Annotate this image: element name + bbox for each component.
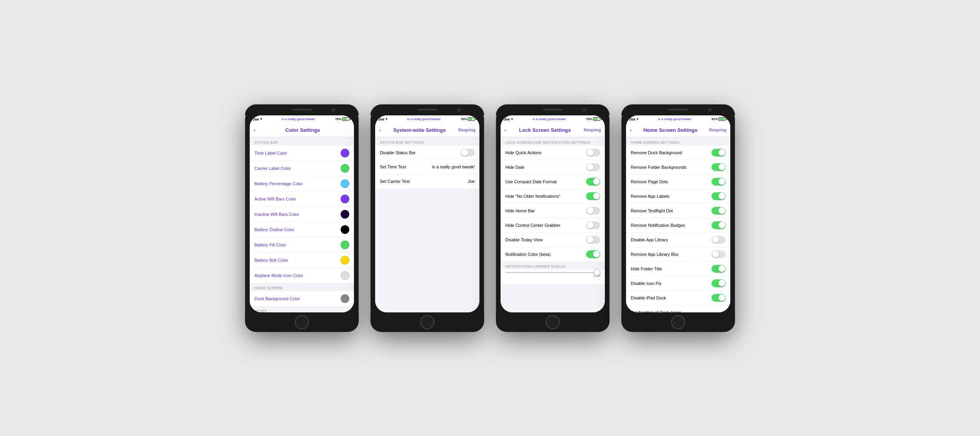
nav-action-button[interactable]: Respring: [458, 128, 475, 132]
settings-row-0-0[interactable]: Remove Dock Background: [626, 146, 730, 160]
settings-row-0-5[interactable]: Remove Notification Badges: [626, 218, 730, 233]
settings-row-1-0[interactable]: 1.00: [501, 270, 605, 284]
color-swatch[interactable]: [341, 149, 349, 157]
slider-track[interactable]: [505, 272, 600, 273]
toggle-switch[interactable]: [711, 163, 726, 171]
row-value[interactable]: Joe: [468, 179, 475, 184]
toggle-switch[interactable]: [711, 279, 726, 287]
settings-row-0-9[interactable]: Disable Icon Fly: [626, 276, 730, 291]
status-bar-right: 91%: [711, 117, 727, 121]
settings-row-0-0[interactable]: Hide Quick Actions: [501, 146, 605, 160]
toggle-switch[interactable]: [586, 163, 600, 171]
toggle-switch[interactable]: [711, 250, 726, 258]
color-swatch[interactable]: [341, 256, 349, 265]
home-button[interactable]: [420, 315, 434, 329]
phone-camera: [332, 108, 335, 111]
phone-top-bezel: [370, 104, 484, 115]
settings-row-0-0[interactable]: Disable Status Bar: [375, 146, 479, 160]
settings-row-1-0[interactable]: Dock Background Color: [250, 291, 354, 306]
phone-lock-screen: Joe ▾ is a really good tweak! 70% ‹ Lock…: [496, 104, 610, 332]
settings-row-0-4[interactable]: Inactive Wifi Bars Color: [250, 207, 354, 222]
toggle-knob: [587, 236, 593, 243]
toggle-switch[interactable]: [461, 149, 475, 157]
status-bar-left: Joe ▾: [253, 117, 262, 121]
color-swatch[interactable]: [341, 179, 349, 188]
toggle-switch[interactable]: [586, 250, 600, 258]
wifi-icon: ▾: [637, 117, 638, 121]
nav-title: Lock Screen Settings: [506, 127, 584, 133]
toggle-switch[interactable]: [586, 149, 600, 157]
toggle-switch[interactable]: [586, 236, 600, 244]
toggle-switch[interactable]: [586, 192, 600, 200]
nav-action-button[interactable]: Respring: [709, 128, 726, 132]
settings-row-0-7[interactable]: Battery Bolt Color: [250, 253, 354, 268]
toggle-switch[interactable]: [586, 207, 600, 215]
settings-row-0-5[interactable]: Hide Control Center Grabber: [501, 218, 605, 233]
settings-row-0-10[interactable]: Disable iPad Dock: [626, 291, 730, 305]
color-swatch[interactable]: [341, 164, 349, 173]
row-label: Remove App Library Blur: [631, 252, 711, 257]
battery-percentage: 91%: [711, 117, 718, 121]
home-button[interactable]: [546, 315, 560, 329]
color-swatch[interactable]: [341, 241, 349, 249]
section-header-1: HOME SCREEN: [250, 283, 354, 291]
nav-action-button[interactable]: Respring: [584, 128, 601, 132]
settings-row-0-1[interactable]: Carrier Label Color: [250, 161, 354, 176]
toggle-switch[interactable]: [711, 265, 726, 273]
toggle-switch[interactable]: [711, 236, 726, 244]
settings-row-0-4[interactable]: Hide Home Bar: [501, 204, 605, 218]
settings-row-0-4[interactable]: Remove Testflight Dot: [626, 204, 730, 218]
toggle-knob: [587, 149, 593, 156]
toggle-knob: [712, 251, 719, 257]
phone-color-settings: Joe ▾ is a really good tweak! 70% ‹ Colo…: [245, 104, 359, 332]
toggle-switch[interactable]: [711, 149, 726, 157]
color-swatch[interactable]: [341, 271, 349, 280]
slider-thumb[interactable]: [594, 269, 600, 275]
settings-row-0-2[interactable]: Set Carrier Text Joe: [375, 174, 479, 188]
settings-row-0-2[interactable]: Use Compact Date Format: [501, 175, 605, 189]
color-swatch[interactable]: [341, 195, 349, 203]
row-label: Remove Notification Badges: [631, 223, 711, 228]
wifi-icon: ▾: [260, 117, 262, 121]
settings-row-0-1[interactable]: Hide Date: [501, 160, 605, 175]
toggle-switch[interactable]: [711, 294, 726, 302]
nav-title: Color Settings: [255, 127, 350, 133]
color-swatch[interactable]: [341, 225, 349, 234]
status-bar-center-text: is a really good tweak!: [407, 117, 441, 121]
settings-row-0-2[interactable]: Remove Page Dots: [626, 175, 730, 189]
settings-row-0-1[interactable]: Set Time Text is a really good tweak!: [375, 160, 479, 174]
settings-row-0-3[interactable]: Active Wifi Bars Color: [250, 192, 354, 207]
carrier-text: Joe: [504, 117, 510, 121]
toggle-switch[interactable]: [711, 192, 726, 200]
settings-row-0-1[interactable]: Remove Folder Backgrounds: [626, 160, 730, 175]
color-swatch[interactable]: [341, 210, 349, 219]
color-swatch[interactable]: [341, 294, 349, 303]
status-bar-left: Joe ▾: [629, 117, 638, 121]
settings-row-0-2[interactable]: Battery Percentage Color: [250, 176, 354, 192]
toggle-switch[interactable]: [711, 221, 726, 229]
settings-row-0-6[interactable]: Disable App Library: [626, 233, 730, 247]
toggle-switch[interactable]: [586, 221, 600, 229]
toggle-switch[interactable]: [711, 207, 726, 215]
settings-row-0-6[interactable]: Disable Today View: [501, 233, 605, 247]
settings-row-0-7[interactable]: Notification Color (beta): [501, 247, 605, 261]
settings-row-0-11[interactable]: Set Number of Dock Icons 5: [626, 305, 730, 312]
row-value[interactable]: 5: [723, 310, 726, 312]
toggle-switch[interactable]: [711, 178, 726, 186]
settings-row-0-3[interactable]: Remove App Labels: [626, 189, 730, 204]
home-button[interactable]: [671, 315, 685, 329]
toggle-switch[interactable]: [586, 178, 600, 186]
settings-row-0-6[interactable]: Battery Fill Color: [250, 237, 354, 253]
home-button[interactable]: [295, 315, 309, 329]
settings-row-0-0[interactable]: Time Label Color: [250, 146, 354, 161]
settings-list-0: Hide Quick Actions Hide Date Use Compact…: [501, 146, 605, 261]
settings-row-0-7[interactable]: Remove App Library Blur: [626, 247, 730, 262]
settings-row-0-5[interactable]: Battery Outline Color: [250, 222, 354, 237]
settings-row-0-8[interactable]: Airplane Mode Icon Color: [250, 268, 354, 283]
wifi-icon: ▾: [386, 117, 387, 121]
settings-row-0-8[interactable]: Hide Folder Title: [626, 262, 730, 276]
phone-camera: [583, 108, 586, 111]
battery-fill: [468, 118, 472, 120]
row-value[interactable]: is a really good tweak!: [432, 164, 475, 169]
settings-row-0-3[interactable]: Hide "No Older Notifications": [501, 189, 605, 204]
